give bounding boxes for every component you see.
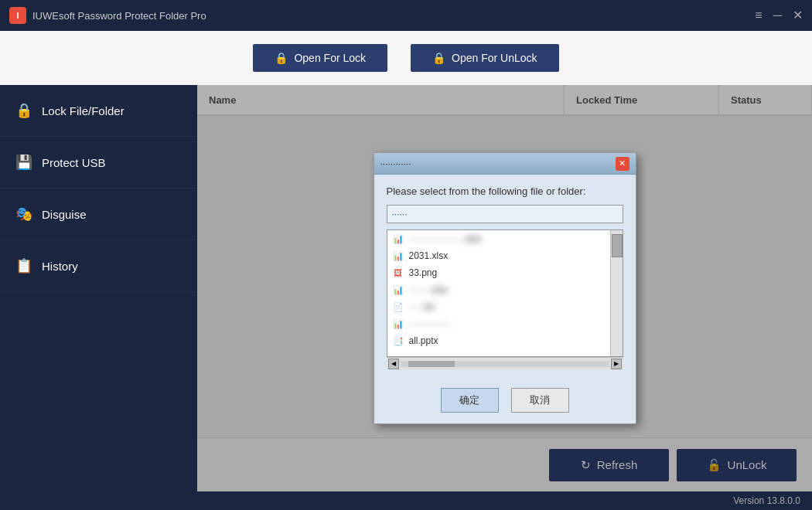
excel-icon: 📊 [392, 284, 404, 296]
file-list-item[interactable]: 📊················ [387, 315, 610, 332]
file-name: ················ [409, 318, 450, 329]
dialog-cancel-button[interactable]: 取消 [511, 388, 569, 413]
file-name: ········.xlsx [409, 284, 449, 295]
txt-icon: 📄 [392, 301, 404, 313]
dialog-footer: 确定 取消 [374, 380, 636, 423]
excel-icon: 📊 [392, 250, 404, 262]
lock-icon: 🔒 [275, 52, 288, 64]
file-list-item[interactable]: 📊·····················.xlsx [387, 230, 610, 247]
sidebar: 🔒 Lock File/Folder 💾 Protect USB 🎭 Disgu… [0, 85, 197, 491]
dialog-path-input[interactable] [387, 205, 623, 223]
main-area: 🔒 Open For Lock 🔒 Open For UnLock 🔒 Lock… [0, 31, 812, 510]
file-name: 33.png [409, 267, 438, 278]
protect-usb-icon: 💾 [15, 154, 32, 171]
excel-icon: 📊 [392, 318, 404, 330]
titlebar-left: I IUWEsoft Password Protect Folder Pro [9, 7, 206, 24]
version-text: Version 13.8.0.0 [733, 495, 800, 506]
sidebar-item-label: Lock File/Folder [42, 104, 125, 117]
open-for-lock-button[interactable]: 🔒 Open For Lock [253, 44, 387, 72]
lock-file-folder-icon: 🔒 [15, 102, 32, 119]
file-list-item[interactable]: 📑all.pptx [387, 332, 610, 349]
hscroll-track [401, 361, 609, 367]
sidebar-item-label: Protect USB [42, 156, 106, 169]
close-icon[interactable]: ✕ [793, 9, 803, 22]
dialog-file-list: 📊·····················.xlsx📊2031.xlsx🖼33… [387, 230, 623, 357]
menu-icon[interactable]: ≡ [755, 9, 762, 22]
file-name: all.pptx [409, 335, 438, 346]
open-for-unlock-button[interactable]: 🔒 Open For UnLock [411, 44, 559, 72]
history-icon: 📋 [15, 257, 32, 274]
titlebar: I IUWEsoft Password Protect Folder Pro ≡… [0, 0, 812, 31]
file-list-item[interactable]: 📄·····.txt [387, 298, 610, 315]
main-panel: Name Locked Time Status ············ ✕ P… [197, 85, 812, 491]
sidebar-item-history[interactable]: 📋 History [0, 240, 197, 292]
dialog-close-button[interactable]: ✕ [616, 157, 629, 171]
hscroll-right-btn[interactable]: ▶ [611, 359, 622, 369]
sidebar-item-lock-file-folder[interactable]: 🔒 Lock File/Folder [0, 85, 197, 137]
sidebar-item-label: History [42, 260, 78, 273]
dialog-prompt: Please select from the following file or… [387, 185, 623, 197]
file-list-item[interactable]: 📊2031.xlsx [387, 247, 610, 264]
scrollbar-thumb [612, 234, 623, 257]
dialog-confirm-button[interactable]: 确定 [441, 388, 499, 413]
file-select-dialog: ············ ✕ Please select from the fo… [374, 152, 636, 424]
dialog-titlebar: ············ ✕ [374, 153, 636, 175]
sidebar-item-protect-usb[interactable]: 💾 Protect USB [0, 137, 197, 189]
hscroll-left-btn[interactable]: ◀ [388, 359, 399, 369]
dialog-title: ············ [380, 158, 411, 169]
app-logo: I [9, 7, 26, 24]
disguise-icon: 🎭 [15, 206, 32, 223]
content-area: 🔒 Lock File/Folder 💾 Protect USB 🎭 Disgu… [0, 85, 812, 491]
hscroll-thumb [408, 361, 455, 367]
file-name: ·····.txt [409, 301, 435, 312]
app-title: IUWEsoft Password Protect Folder Pro [32, 10, 206, 22]
ppt-icon: 📑 [392, 335, 404, 347]
file-list-item[interactable]: 📊········.xlsx [387, 281, 610, 298]
png-icon: 🖼 [392, 267, 404, 279]
file-list-item[interactable]: 🖼33.png [387, 264, 610, 281]
sidebar-item-label: Disguise [42, 208, 87, 221]
dialog-file-scroll[interactable]: 📊·····················.xlsx📊2031.xlsx🖼33… [387, 230, 610, 356]
file-name: 2031.xlsx [409, 250, 449, 261]
dialog-body: Please select from the following file or… [374, 175, 636, 380]
dialog-hscroll[interactable]: ◀ ▶ [387, 357, 623, 369]
modal-overlay: ············ ✕ Please select from the fo… [197, 85, 812, 491]
top-toolbar: 🔒 Open For Lock 🔒 Open For UnLock [0, 31, 812, 85]
file-name: ·····················.xlsx [409, 233, 482, 244]
minimize-icon[interactable]: ─ [773, 9, 782, 22]
titlebar-controls: ≡ ─ ✕ [755, 9, 803, 22]
excel-icon: 📊 [392, 233, 404, 245]
dialog-scrollbar[interactable] [610, 230, 623, 356]
sidebar-item-disguise[interactable]: 🎭 Disguise [0, 189, 197, 240]
unlock-icon: 🔒 [432, 52, 445, 64]
version-bar: Version 13.8.0.0 [0, 491, 812, 510]
